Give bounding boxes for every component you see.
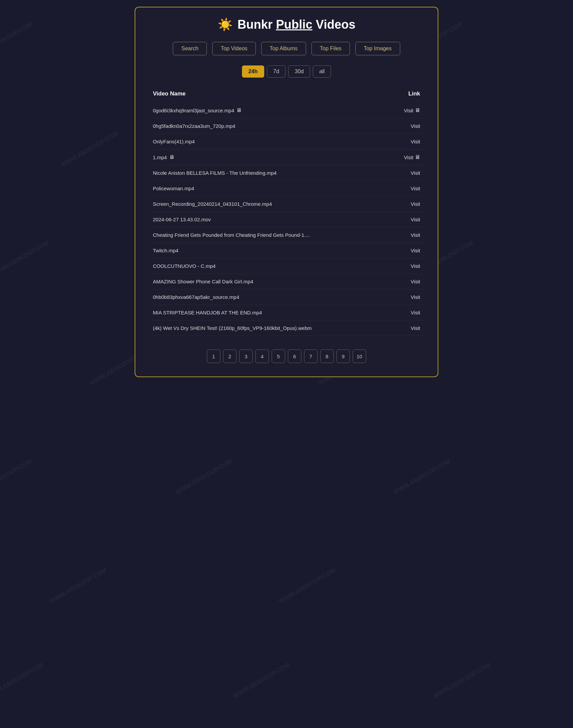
main-container: ☀️ Bunkr Public Videos SearchTop VideosT…	[135, 7, 438, 377]
table-row[interactable]: Cheating Friend Gets Pounded from Cheati…	[149, 227, 424, 243]
table-row[interactable]: 0hb0b83phxva667ap5akr_source.mp4Visit	[149, 289, 424, 305]
video-name: MIA STRIPTEASE HANDJOB AT THE END.mp4	[153, 310, 411, 315]
pagination: 12345678910	[149, 349, 424, 363]
page-header: ☀️ Bunkr Public Videos	[149, 18, 424, 32]
nav-btn-top-images[interactable]: Top Images	[355, 42, 400, 55]
logo-icon: ☀️	[218, 18, 233, 32]
visit-link[interactable]: Visit	[411, 217, 420, 222]
page-btn-5[interactable]: 5	[272, 349, 285, 363]
page-btn-1[interactable]: 1	[207, 349, 220, 363]
video-name: OnlyFans(41).mp4	[153, 139, 411, 144]
video-name: (4k) Wet Vs Dry SHEIN Test! (2160p_60fps…	[153, 325, 411, 331]
video-name: Policewoman.mp4	[153, 186, 411, 191]
video-name: 0hg5fadkn0a7rx2zaa3um_720p.mp4	[153, 123, 411, 129]
nav-btn-search[interactable]: Search	[173, 42, 207, 55]
table-row[interactable]: Nicole Aniston BELLESA FILMS - The Unfri…	[149, 165, 424, 181]
visit-icon: 🖥	[415, 154, 420, 160]
visit-link[interactable]: Visit	[411, 263, 420, 269]
table-row[interactable]: OnlyFans(41).mp4Visit	[149, 134, 424, 149]
visit-link[interactable]: Visit	[411, 201, 420, 207]
table-row[interactable]: (4k) Wet Vs Dry SHEIN Test! (2160p_60fps…	[149, 320, 424, 336]
page-btn-3[interactable]: 3	[239, 349, 253, 363]
col-video-name: Video Name	[153, 90, 186, 97]
page-btn-6[interactable]: 6	[288, 349, 301, 363]
page-btn-8[interactable]: 8	[320, 349, 334, 363]
visit-link[interactable]: Visit	[411, 170, 420, 176]
visit-link[interactable]: Visit🖥	[404, 107, 420, 113]
nav-btn-top-files[interactable]: Top Files	[311, 42, 350, 55]
visit-link[interactable]: Visit	[411, 186, 420, 191]
page-btn-7[interactable]: 7	[304, 349, 318, 363]
visit-link[interactable]: Visit	[411, 294, 420, 300]
time-btn-24h[interactable]: 24h	[242, 65, 264, 78]
page-btn-2[interactable]: 2	[223, 349, 237, 363]
visit-link[interactable]: Visit	[411, 232, 420, 238]
video-name: AMAZING Shower Phone Call Dark Girl.mp4	[153, 279, 411, 284]
table-row[interactable]: 0hg5fadkn0a7rx2zaa3um_720p.mp4Visit	[149, 118, 424, 134]
visit-link[interactable]: Visit	[411, 325, 420, 331]
visit-link[interactable]: Visit	[411, 279, 420, 284]
video-name: 0hb0b83phxva667ap5akr_source.mp4	[153, 294, 411, 300]
page-btn-9[interactable]: 9	[336, 349, 350, 363]
table-row[interactable]: AMAZING Shower Phone Call Dark Girl.mp4V…	[149, 274, 424, 289]
time-btn-all[interactable]: all	[313, 65, 331, 78]
table-row[interactable]: Screen_Recording_20240214_043101_Chrome.…	[149, 196, 424, 212]
time-filter: 24h7d30dall	[149, 65, 424, 78]
visit-link[interactable]: Visit🖥	[404, 154, 420, 160]
table-row[interactable]: 0god6i3kxhq9raml3jast_source.mp4🖥Visit🖥	[149, 103, 424, 118]
visit-link[interactable]: Visit	[411, 248, 420, 253]
visit-link[interactable]: Visit	[411, 123, 420, 129]
table-row[interactable]: MIA STRIPTEASE HANDJOB AT THE END.mp4Vis…	[149, 305, 424, 320]
nav-buttons: SearchTop VideosTop AlbumsTop FilesTop I…	[149, 42, 424, 55]
nav-btn-top-videos[interactable]: Top Videos	[212, 42, 256, 55]
table-row[interactable]: 2024-06-27 13.43.02.movVisit	[149, 212, 424, 227]
visit-icon: 🖥	[415, 107, 420, 113]
page-title: Bunkr Public Videos	[238, 18, 355, 32]
video-name: Nicole Aniston BELLESA FILMS - The Unfri…	[153, 170, 411, 176]
video-name: Cheating Friend Gets Pounded from Cheati…	[153, 232, 411, 238]
page-btn-4[interactable]: 4	[255, 349, 269, 363]
video-name: 0god6i3kxhq9raml3jast_source.mp4🖥	[153, 107, 404, 113]
time-btn-30d[interactable]: 30d	[288, 65, 310, 78]
video-name: 1.mp4🖥	[153, 154, 404, 160]
table-row[interactable]: 1.mp4🖥Visit🖥	[149, 149, 424, 165]
time-btn-7d[interactable]: 7d	[267, 65, 286, 78]
table-row[interactable]: Twitch.mp4Visit	[149, 243, 424, 258]
row-icon: 🖥	[236, 107, 242, 113]
video-name: Screen_Recording_20240214_043101_Chrome.…	[153, 201, 411, 207]
page-btn-10[interactable]: 10	[353, 349, 366, 363]
video-name: 2024-06-27 13.43.02.mov	[153, 217, 411, 222]
video-table: Video Name Link 0god6i3kxhq9raml3jast_so…	[149, 88, 424, 336]
table-header: Video Name Link	[149, 88, 424, 100]
col-link: Link	[408, 90, 420, 97]
table-body: 0god6i3kxhq9raml3jast_source.mp4🖥Visit🖥0…	[149, 103, 424, 336]
visit-link[interactable]: Visit	[411, 310, 420, 315]
video-name: COOLCUTNUOVO - C.mp4	[153, 263, 411, 269]
visit-link[interactable]: Visit	[411, 139, 420, 144]
row-icon: 🖥	[169, 154, 174, 160]
nav-btn-top-albums[interactable]: Top Albums	[261, 42, 306, 55]
table-row[interactable]: Policewoman.mp4Visit	[149, 181, 424, 196]
video-name: Twitch.mp4	[153, 248, 411, 253]
table-row[interactable]: COOLCUTNUOVO - C.mp4Visit	[149, 258, 424, 274]
